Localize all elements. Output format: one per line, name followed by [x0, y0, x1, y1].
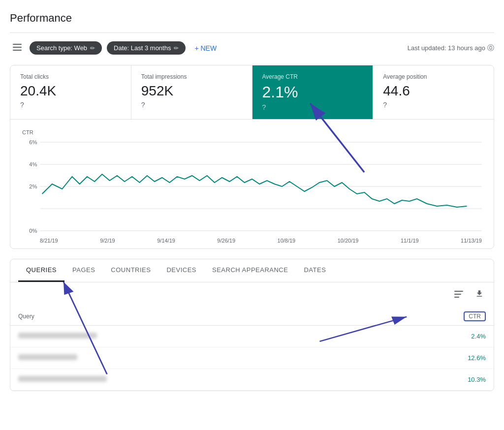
query-cell-2	[10, 369, 365, 391]
x-label-5: 10/20/19	[338, 238, 359, 244]
query-cell-1	[10, 347, 365, 369]
svg-rect-13	[454, 294, 461, 295]
metric-ctr-label: Average CTR	[262, 73, 363, 80]
search-type-chip[interactable]: Search type: Web ✏	[30, 41, 102, 55]
help-icon: ⓪	[487, 44, 494, 53]
table-row: 12.6%	[10, 347, 494, 369]
ctr-header-box: CTR	[464, 311, 486, 321]
filter-table-btn[interactable]	[452, 288, 465, 302]
x-label-6: 11/1/19	[401, 238, 419, 244]
x-label-1: 9/2/19	[100, 238, 115, 244]
x-label-3: 9/26/19	[217, 238, 235, 244]
download-icon	[475, 289, 484, 298]
page-wrapper: Performance Search type: Web ✏ Date: Las…	[0, 0, 504, 430]
download-btn[interactable]	[473, 287, 486, 303]
page-title: Performance	[10, 8, 494, 33]
edit-icon-date: ✏	[174, 45, 179, 52]
metric-total-clicks-value: 20.4K	[20, 83, 121, 99]
metric-ctr-value: 2.1%	[262, 83, 363, 101]
x-label-7: 11/13/19	[461, 238, 482, 244]
svg-rect-12	[454, 291, 463, 292]
metric-average-position[interactable]: Average position 44.6 ?	[373, 65, 494, 119]
tab-countries-label: COUNTRIES	[111, 266, 151, 274]
svg-text:0%: 0%	[29, 228, 37, 234]
tab-dates-label: DATES	[304, 266, 326, 274]
last-updated: Last updated: 13 hours ago ⓪	[408, 44, 494, 53]
metric-position-label: Average position	[383, 73, 484, 80]
metric-impressions-value: 952K	[141, 83, 242, 99]
ctr-cell-1: 12.6%	[365, 347, 494, 369]
blurred-query-1	[18, 354, 77, 360]
x-label-2: 9/14/19	[157, 238, 175, 244]
tab-queries-label: QUERIES	[26, 266, 57, 274]
metric-help-position: ?	[383, 101, 387, 109]
metric-total-impressions[interactable]: Total impressions 952K ?	[131, 65, 252, 119]
table-actions	[10, 282, 494, 307]
date-label: Date: Last 3 months	[114, 44, 171, 52]
tab-devices[interactable]: DEVICES	[158, 259, 204, 282]
metric-impressions-label: Total impressions	[141, 73, 242, 80]
tab-queries[interactable]: QUERIES	[18, 259, 64, 282]
tab-countries[interactable]: COUNTRIES	[103, 259, 158, 282]
chart-x-labels: 8/21/19 9/2/19 9/14/19 9/26/19 10/8/19 1…	[22, 236, 482, 244]
table-header-row: Query CTR	[10, 307, 494, 326]
svg-rect-1	[13, 47, 22, 48]
query-cell-0	[10, 326, 365, 347]
chart-svg: 6% 4% 2% 0%	[22, 137, 482, 236]
filter-icon	[13, 44, 22, 51]
tabs-row: QUERIES PAGES COUNTRIES DEVICES SEARCH A…	[10, 259, 494, 282]
ctr-cell-0: 2.4%	[365, 326, 494, 347]
metric-help-clicks: ?	[20, 101, 24, 109]
svg-rect-14	[454, 297, 459, 298]
last-updated-text: Last updated: 13 hours ago	[408, 44, 485, 52]
chart-svg-element: 6% 4% 2% 0%	[22, 137, 482, 236]
table-row: 10.3%	[10, 369, 494, 391]
tab-pages[interactable]: PAGES	[64, 259, 103, 282]
data-table: Query CTR 2.4%	[10, 307, 494, 391]
metric-help-ctr: ?	[262, 103, 266, 111]
filter-table-icon	[454, 291, 463, 298]
tab-search-appearance-label: SEARCH APPEARANCE	[212, 266, 288, 274]
x-label-4: 10/8/19	[278, 238, 296, 244]
metric-total-clicks[interactable]: Total clicks 20.4K ?	[10, 65, 131, 119]
new-button[interactable]: + NEW	[190, 41, 220, 55]
toolbar: Search type: Web ✏ Date: Last 3 months ✏…	[10, 41, 494, 55]
x-label-0: 8/21/19	[40, 238, 58, 244]
table-row: 2.4%	[10, 326, 494, 347]
chart-area: CTR 6% 4% 2% 0%	[10, 120, 494, 248]
metric-average-ctr[interactable]: Average CTR 2.1% ?	[252, 65, 374, 119]
tab-devices-label: DEVICES	[166, 266, 196, 274]
tab-search-appearance[interactable]: SEARCH APPEARANCE	[204, 259, 296, 282]
query-column-header: Query	[10, 307, 365, 326]
tab-pages-label: PAGES	[72, 266, 95, 274]
tab-dates[interactable]: DATES	[296, 259, 334, 282]
blurred-query-0	[18, 333, 97, 338]
metrics-card: Total clicks 20.4K ? Total impressions 9…	[10, 65, 494, 249]
ctr-column-header: CTR	[365, 307, 494, 326]
metrics-row: Total clicks 20.4K ? Total impressions 9…	[10, 65, 494, 120]
ctr-cell-2: 10.3%	[365, 369, 494, 391]
table-card: QUERIES PAGES COUNTRIES DEVICES SEARCH A…	[10, 259, 494, 391]
metric-total-clicks-label: Total clicks	[20, 73, 121, 80]
blurred-query-2	[18, 376, 107, 382]
svg-rect-0	[13, 44, 22, 45]
ctr-value-0: 2.4%	[471, 333, 486, 340]
chart-y-label: CTR	[22, 129, 482, 135]
search-type-label: Search type: Web	[36, 44, 87, 52]
ctr-value-1: 12.6%	[468, 354, 486, 362]
ctr-value-2: 10.3%	[468, 376, 486, 383]
ctr-header-label: CTR	[469, 313, 481, 320]
metric-position-value: 44.6	[383, 83, 484, 99]
svg-text:4%: 4%	[29, 161, 37, 167]
svg-text:2%: 2%	[29, 184, 37, 189]
date-chip[interactable]: Date: Last 3 months ✏	[107, 41, 186, 55]
svg-text:6%: 6%	[29, 139, 37, 145]
filter-icon-btn[interactable]	[10, 41, 25, 55]
metric-help-impressions: ?	[141, 101, 145, 109]
edit-icon: ✏	[90, 45, 95, 52]
svg-rect-2	[13, 50, 22, 51]
